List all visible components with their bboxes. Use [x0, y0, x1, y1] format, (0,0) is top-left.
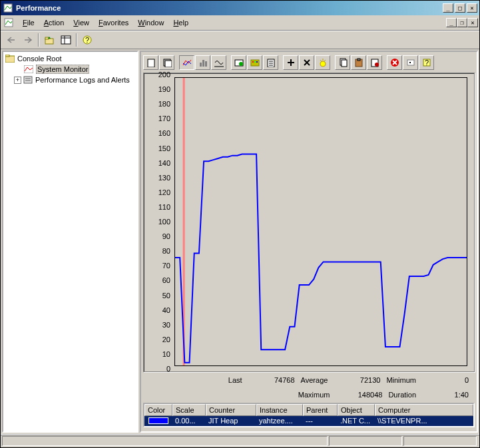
statusbar — [1, 434, 479, 447]
dur-label: Duration — [388, 391, 416, 399]
avg-label: Average — [301, 376, 328, 384]
menu-action[interactable]: Action — [39, 17, 69, 28]
menu-favorites[interactable]: Favorites — [94, 17, 133, 28]
svg-rect-12 — [5, 55, 9, 57]
row-instance: yahtzee.... — [256, 416, 303, 426]
svg-rect-43 — [342, 60, 347, 67]
tree-perflogs-label: Performance Logs and Alerts — [35, 76, 130, 84]
sysmon-toolbar: ? — [143, 54, 475, 73]
counter-list[interactable]: Color Scale Counter Instance Parent Obje… — [143, 403, 475, 427]
min-label: Minimum — [386, 376, 416, 384]
freeze-button[interactable] — [387, 55, 402, 70]
view-chart-button[interactable] — [179, 55, 194, 70]
properties-button[interactable] — [367, 55, 382, 70]
row-counter: JIT Heap — [206, 416, 256, 426]
back-button — [3, 33, 19, 47]
counter-row[interactable]: 0.00... JIT Heap yahtzee.... --- .NET C.… — [144, 416, 473, 426]
folder-icon — [5, 54, 15, 63]
add-button[interactable] — [231, 55, 246, 70]
tree-expand-toggle[interactable]: + — [14, 77, 21, 84]
sysmon-icon — [23, 65, 34, 74]
menu-help[interactable]: Help — [168, 17, 193, 28]
svg-rect-21 — [202, 60, 204, 67]
svg-rect-13 — [24, 65, 33, 73]
up-button[interactable] — [41, 33, 57, 47]
clear-display-button[interactable] — [159, 55, 174, 70]
row-parent: --- — [303, 416, 338, 426]
col-object[interactable]: Object — [338, 404, 375, 416]
view-histogram-button[interactable] — [195, 55, 210, 70]
tree-perflogs[interactable]: + Performance Logs and Alerts — [5, 75, 136, 85]
menu-window[interactable]: Window — [133, 17, 168, 28]
window-title: Performance — [16, 4, 443, 12]
avg-value: 72130 — [332, 375, 382, 385]
update-button[interactable] — [403, 55, 418, 70]
highlight-button[interactable] — [263, 55, 278, 70]
col-parent[interactable]: Parent — [303, 404, 338, 416]
col-color[interactable]: Color — [144, 404, 172, 416]
main-pane: ? 01020304050607080901001101201301401501… — [140, 51, 478, 433]
svg-rect-26 — [251, 60, 259, 66]
row-computer: \\STEVENPR... — [375, 416, 473, 426]
svg-rect-22 — [205, 61, 207, 67]
tree-root[interactable]: Console Root — [5, 53, 136, 64]
svg-rect-29 — [256, 61, 258, 63]
close-button[interactable]: ✕ — [467, 3, 477, 13]
titlebar[interactable]: Performance _ □ ✕ — [1, 1, 479, 15]
mdi-child-icon[interactable] — [3, 17, 15, 29]
status-main — [2, 436, 328, 446]
help-button[interactable]: ? — [79, 33, 95, 47]
new-counter-set-button[interactable] — [143, 55, 158, 70]
svg-line-40 — [320, 60, 322, 61]
add-counter-button[interactable] — [283, 55, 298, 70]
last-label: Last — [228, 376, 242, 384]
paste-button[interactable] — [351, 55, 366, 70]
delete-counter-button[interactable] — [299, 55, 314, 70]
status-2 — [403, 436, 477, 446]
minimize-button[interactable]: _ — [443, 3, 453, 13]
performance-window: Performance _ □ ✕ File Action View Favor… — [0, 0, 480, 448]
status-1 — [329, 436, 402, 446]
highlight-counter-button[interactable] — [315, 55, 330, 70]
help-sm-button[interactable]: ? — [419, 55, 434, 70]
y-axis: 0102030405060708090100110120130140150160… — [146, 75, 172, 369]
col-instance[interactable]: Instance — [256, 404, 303, 416]
show-hide-tree-button[interactable] — [58, 33, 73, 47]
col-computer[interactable]: Computer — [375, 404, 473, 416]
copy-button[interactable] — [335, 55, 350, 70]
svg-rect-14 — [24, 77, 32, 83]
max-value: 148048 — [334, 389, 384, 400]
svg-rect-5 — [45, 37, 49, 39]
view-report-button[interactable] — [211, 55, 226, 70]
tree-sysmon[interactable]: System Monitor — [5, 64, 136, 75]
chart-grid — [174, 77, 467, 366]
svg-point-25 — [239, 62, 243, 66]
mdi-minimize-button[interactable]: _ — [446, 18, 457, 27]
app-icon — [3, 3, 13, 13]
tree-root-label: Console Root — [17, 55, 62, 63]
svg-rect-45 — [358, 59, 360, 61]
forward-button — [20, 33, 35, 47]
counter-header[interactable]: Color Scale Counter Instance Parent Obje… — [144, 404, 473, 416]
max-label: Maximum — [298, 391, 330, 399]
tree-sysmon-label: System Monitor — [36, 65, 89, 74]
mdi-close-button[interactable]: ✕ — [467, 18, 478, 27]
svg-rect-20 — [200, 63, 202, 67]
svg-rect-19 — [165, 61, 172, 67]
svg-line-41 — [324, 60, 326, 61]
delete-button[interactable] — [247, 55, 262, 70]
menu-view[interactable]: View — [69, 17, 94, 28]
chart[interactable]: 0102030405060708090100110120130140150160… — [143, 73, 475, 372]
mdi-restore-button[interactable]: ❐ — [457, 18, 467, 27]
tree-pane[interactable]: Console Root System Monitor + Performanc… — [2, 51, 138, 433]
col-counter[interactable]: Counter — [206, 404, 256, 416]
row-scale: 0.00... — [172, 416, 206, 426]
col-scale[interactable]: Scale — [172, 404, 206, 416]
maximize-button[interactable]: □ — [455, 3, 465, 13]
menu-file[interactable]: File — [18, 17, 39, 28]
nav-toolbar: ? — [1, 31, 479, 49]
svg-rect-52 — [409, 62, 411, 63]
row-object: .NET C... — [338, 416, 375, 426]
dur-value: 1:40 — [420, 389, 471, 400]
body: Console Root System Monitor + Performanc… — [1, 49, 479, 434]
